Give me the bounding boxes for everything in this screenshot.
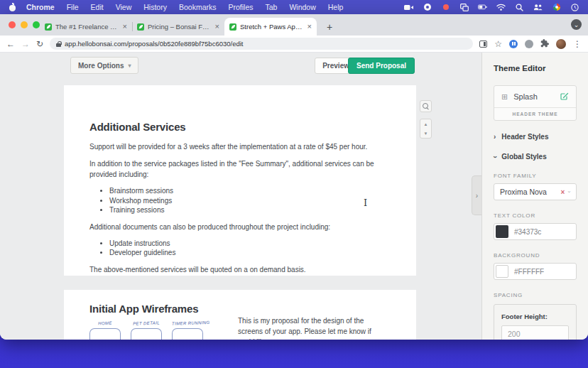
macos-menubar: Chrome File Edit View History Bookmarks … (0, 0, 588, 14)
global-styles-toggle[interactable]: › Global Styles (494, 153, 577, 161)
profile-avatar[interactable] (556, 39, 566, 49)
doc-scroll-controls: ▲ ▼ (420, 119, 432, 139)
side-panel-icon[interactable] (479, 40, 487, 48)
splash-theme-card[interactable]: ⊞ Splash HEADER THEME (494, 85, 577, 121)
maximize-window-button[interactable] (33, 21, 40, 28)
theme-editor-panel: Theme Editor ⊞ Splash HEADER THEME › Hea… (481, 53, 588, 340)
panel-expand-handle[interactable]: › (472, 175, 481, 215)
tab-strip: The #1 Freelance Product Suit × Pricing … (0, 14, 588, 36)
close-tab-icon[interactable]: × (307, 23, 312, 31)
forward-icon[interactable]: → (21, 40, 30, 48)
close-tab-icon[interactable]: × (215, 23, 219, 31)
header-theme-label: HEADER THEME (494, 107, 576, 120)
wireframe-home: HOME (89, 321, 121, 340)
wireframe-pet-detail: PET DETAIL (131, 321, 162, 340)
scroll-down-button[interactable]: ▼ (424, 129, 428, 138)
reload-icon[interactable]: ↻ (36, 40, 43, 48)
extensions-puzzle-icon[interactable] (540, 38, 549, 50)
wireframe-phone-sketch (172, 328, 203, 340)
header-styles-toggle[interactable]: › Header Styles (494, 133, 577, 141)
background-color-swatch[interactable] (496, 265, 508, 278)
text-color-input[interactable]: #34373c (494, 223, 577, 240)
magnifier-icon (423, 103, 429, 109)
tab-label: The #1 Freelance Product Suit (55, 23, 119, 31)
clear-font-icon[interactable]: × (560, 188, 565, 196)
new-tab-button[interactable]: + (321, 18, 338, 36)
meet-icon[interactable] (423, 3, 432, 11)
minimize-window-button[interactable] (21, 21, 28, 28)
tab-freelance-suite[interactable]: The #1 Freelance Product Suit × (40, 18, 132, 36)
wireframe-phone-sketch (89, 328, 121, 340)
back-icon[interactable]: ← (6, 40, 15, 48)
section-additional-services[interactable]: Additional Services Support will be prov… (64, 85, 416, 276)
close-tab-icon[interactable]: × (123, 23, 127, 31)
menu-file[interactable]: File (67, 3, 79, 11)
browser-actions: ☆ ⋮ (479, 38, 582, 50)
chrome-icon[interactable] (552, 3, 561, 11)
more-options-label: More Options (78, 62, 124, 70)
wireframe-label: TIMER RUNNING (172, 320, 203, 326)
font-family-select[interactable]: Proxima Nova × › (494, 183, 577, 200)
extension-pause-icon[interactable] (509, 40, 518, 48)
list-item: Workshop meetings (109, 196, 391, 206)
record-icon[interactable] (441, 3, 450, 11)
text-color-swatch[interactable] (496, 225, 508, 238)
wireframes-description: This is my proposal for the design of th… (238, 315, 384, 340)
bonsai-app: More Options ▾ Preview Send Proposal Add… (0, 53, 588, 340)
menu-history[interactable]: History (143, 3, 167, 11)
layout-grid-icon: ⊞ (501, 93, 508, 101)
spacing-label: SPACING (494, 292, 577, 298)
section-initial-wireframes[interactable]: Initial App Wireframes HOME PET DETAIL (64, 290, 416, 340)
screen: Chrome File Edit View History Bookmarks … (0, 0, 588, 368)
doc-zoom-button[interactable] (420, 100, 432, 112)
bookmark-star-icon[interactable]: ☆ (494, 40, 502, 48)
bonsai-favicon-icon (229, 23, 236, 31)
more-options-button[interactable]: More Options ▾ (70, 57, 138, 74)
menu-profiles[interactable]: Profiles (228, 3, 253, 11)
close-window-button[interactable] (9, 21, 16, 28)
global-styles-label: Global Styles (501, 153, 546, 161)
tab-pricing[interactable]: Pricing – Bonsai Freelance So × (132, 18, 224, 36)
menu-bookmarks[interactable]: Bookmarks (179, 3, 217, 11)
menu-tab[interactable]: Tab (265, 3, 277, 11)
tab-label: Stretch + Paws App Proposal (240, 23, 304, 31)
menubar-items: Chrome File Edit View History Bookmarks … (26, 3, 343, 11)
user-switch-icon[interactable] (533, 3, 543, 11)
wifi-icon[interactable] (496, 3, 506, 11)
address-input[interactable]: app.hellobonsai.com/proposals/0b520fe889… (50, 38, 473, 50)
list-item: Update instructions (109, 239, 391, 249)
tab-search-button[interactable]: ⌄ (571, 19, 582, 30)
menu-view[interactable]: View (116, 3, 132, 11)
chevron-down-icon: › (491, 156, 499, 158)
menu-edit[interactable]: Edit (91, 3, 104, 11)
wireframe-label: HOME (89, 320, 121, 326)
chrome-menu-icon[interactable]: ⋮ (573, 40, 582, 48)
browser-window: The #1 Freelance Product Suit × Pricing … (0, 14, 588, 340)
extension-gray-icon[interactable] (525, 40, 533, 48)
list-item: Developer guidelines (109, 248, 391, 258)
menu-chrome[interactable]: Chrome (26, 3, 55, 11)
lock-icon[interactable] (56, 41, 61, 47)
splash-theme-label: Splash (513, 92, 555, 101)
list-item: Brainstorm sessions (109, 186, 391, 196)
footer-height-input[interactable]: 200 (501, 325, 569, 340)
send-proposal-button[interactable]: Send Proposal (348, 58, 415, 74)
scroll-up-button[interactable]: ▲ (424, 119, 428, 129)
wireframe-sketches: HOME PET DETAIL TIMER RUNNING (89, 321, 203, 340)
menu-window[interactable]: Window (289, 3, 315, 11)
clock-icon[interactable] (570, 3, 579, 11)
background-color-input[interactable]: #FFFFFF (494, 263, 577, 280)
chevron-down-icon: › (567, 191, 572, 193)
paragraph: Additional documents can also be produce… (89, 222, 391, 232)
proposal-editor-main: More Options ▾ Preview Send Proposal Add… (0, 53, 481, 340)
apple-icon[interactable] (9, 4, 16, 11)
edit-theme-icon[interactable] (560, 92, 569, 101)
tab-proposal-active[interactable]: Stretch + Paws App Proposal × (224, 18, 317, 36)
video-icon[interactable] (404, 3, 413, 11)
font-family-label: FONT FAMILY (494, 173, 577, 179)
battery-icon[interactable] (478, 3, 487, 11)
services-list: Brainstorm sessions Workshop meetings Tr… (89, 186, 391, 215)
search-icon[interactable] (515, 3, 524, 11)
screen-mirror-icon[interactable] (459, 3, 469, 11)
menu-help[interactable]: Help (328, 3, 344, 11)
